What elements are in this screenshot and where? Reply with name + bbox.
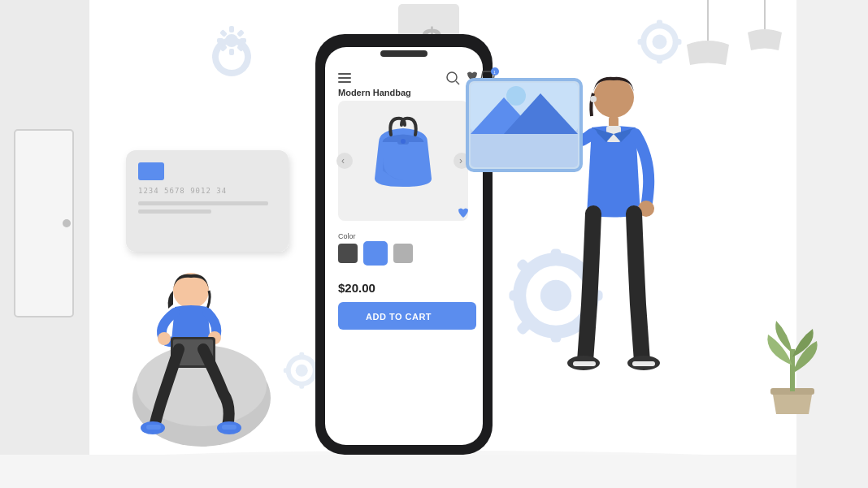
- svg-point-101: [506, 86, 526, 106]
- svg-rect-24: [509, 291, 524, 301]
- svg-point-3: [63, 219, 71, 227]
- svg-text:ADD TO CART: ADD TO CART: [366, 312, 432, 322]
- svg-rect-95: [632, 361, 655, 366]
- svg-point-74: [336, 153, 353, 169]
- svg-rect-39: [299, 382, 304, 389]
- svg-rect-32: [657, 20, 662, 28]
- svg-rect-33: [657, 57, 662, 64]
- svg-point-21: [540, 280, 571, 311]
- illustration-svg: $: [0, 0, 868, 488]
- svg-rect-34: [638, 39, 645, 45]
- svg-text:›: ›: [459, 155, 462, 166]
- svg-point-86: [593, 77, 634, 118]
- svg-rect-46: [138, 209, 211, 214]
- svg-rect-15: [240, 38, 246, 43]
- svg-rect-62: [338, 77, 351, 79]
- svg-rect-12: [229, 26, 234, 32]
- svg-rect-81: [366, 244, 385, 263]
- svg-rect-45: [138, 201, 268, 205]
- svg-rect-7: [707, 0, 709, 45]
- svg-rect-14: [217, 38, 224, 43]
- svg-rect-63: [338, 81, 351, 83]
- svg-rect-82: [393, 244, 413, 263]
- svg-text:1: 1: [493, 70, 496, 75]
- svg-rect-60: [380, 50, 427, 57]
- svg-rect-61: [338, 73, 351, 75]
- svg-rect-40: [284, 368, 290, 373]
- svg-point-87: [590, 96, 597, 102]
- svg-rect-5: [0, 455, 868, 488]
- svg-point-37: [296, 365, 308, 377]
- svg-point-31: [653, 35, 667, 50]
- svg-point-73: [401, 139, 406, 144]
- svg-text:$20.00: $20.00: [338, 281, 375, 295]
- svg-rect-43: [138, 162, 164, 180]
- svg-point-50: [158, 332, 171, 345]
- svg-text:Color: Color: [338, 232, 356, 240]
- svg-rect-94: [573, 361, 596, 366]
- scene: $: [0, 0, 868, 488]
- svg-rect-8: [764, 0, 766, 32]
- svg-rect-22: [551, 248, 562, 264]
- svg-text:1234  5678  9012  34: 1234 5678 9012 34: [138, 187, 227, 195]
- svg-rect-79: [338, 244, 358, 263]
- svg-text:Modern Handbag: Modern Handbag: [338, 88, 411, 97]
- svg-rect-38: [299, 352, 304, 359]
- svg-rect-57: [222, 425, 237, 430]
- svg-text:‹: ‹: [341, 155, 345, 166]
- svg-rect-6: [796, 0, 868, 488]
- svg-rect-23: [551, 326, 562, 342]
- svg-rect-13: [229, 49, 234, 55]
- svg-point-11: [225, 34, 238, 47]
- svg-rect-56: [146, 425, 161, 430]
- svg-rect-35: [675, 39, 682, 45]
